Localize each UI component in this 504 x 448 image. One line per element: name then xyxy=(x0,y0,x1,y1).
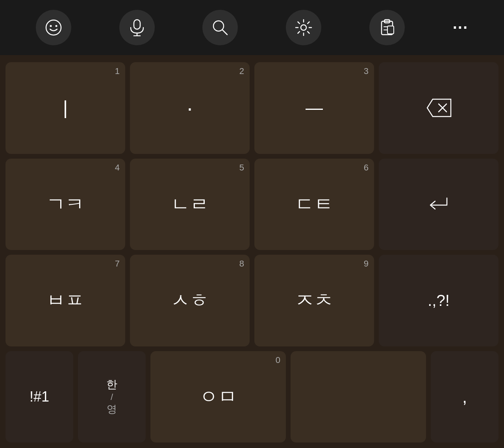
search-button[interactable] xyxy=(202,10,238,45)
key-jc[interactable]: 9 ㅈㅊ xyxy=(254,255,374,346)
more-button[interactable]: ··· xyxy=(453,19,468,37)
backspace-key[interactable] xyxy=(379,62,498,154)
key-dt[interactable]: 6 ㄷㅌ xyxy=(254,159,374,250)
enter-key[interactable] xyxy=(379,159,498,250)
svg-point-0 xyxy=(46,20,61,35)
enter-icon xyxy=(426,194,451,215)
key-sh[interactable]: 8 ㅅㅎ xyxy=(130,255,250,346)
punctuation-key[interactable]: .,?! xyxy=(379,255,498,346)
space-key[interactable] xyxy=(291,351,426,443)
key-row-4: !#1 한 / 영 0 ㅇㅁ , xyxy=(6,351,498,443)
toolbar: ··· xyxy=(0,0,504,55)
comma-key[interactable]: , xyxy=(431,351,498,443)
mic-button[interactable] xyxy=(119,10,155,45)
lang-key[interactable]: 한 / 영 xyxy=(78,351,146,443)
key-row-1: 1 | 2 · 3 — xyxy=(6,62,498,154)
key-om[interactable]: 0 ㅇㅁ xyxy=(150,351,286,443)
svg-line-7 xyxy=(222,30,227,35)
key-nr[interactable]: 5 ㄴㄹ xyxy=(130,159,250,250)
svg-point-6 xyxy=(213,21,224,31)
settings-button[interactable] xyxy=(286,10,321,45)
svg-rect-3 xyxy=(134,20,140,29)
key-gk[interactable]: 4 ㄱㅋ xyxy=(6,159,125,250)
hash-key[interactable]: !#1 xyxy=(6,351,73,443)
svg-point-2 xyxy=(55,25,57,27)
key-dash[interactable]: 3 — xyxy=(254,62,374,154)
key-bp[interactable]: 7 ㅂㅍ xyxy=(6,255,125,346)
key-row-2: 4 ㄱㅋ 5 ㄴㄹ 6 ㄷㅌ xyxy=(6,159,498,250)
key-row-3: 7 ㅂㅍ 8 ㅅㅎ 9 ㅈㅊ .,?! xyxy=(6,255,498,346)
svg-rect-13 xyxy=(387,26,394,34)
svg-point-1 xyxy=(50,25,52,27)
backspace-icon xyxy=(425,98,452,118)
keyboard: 1 | 2 · 3 — 4 ㄱㅋ 5 ㄴㄹ xyxy=(0,55,504,448)
emoji-button[interactable] xyxy=(36,10,71,45)
key-1[interactable]: 1 | xyxy=(6,62,125,154)
svg-point-8 xyxy=(301,25,306,30)
key-dot[interactable]: 2 · xyxy=(130,62,250,154)
clipboard-button[interactable] xyxy=(369,10,405,45)
